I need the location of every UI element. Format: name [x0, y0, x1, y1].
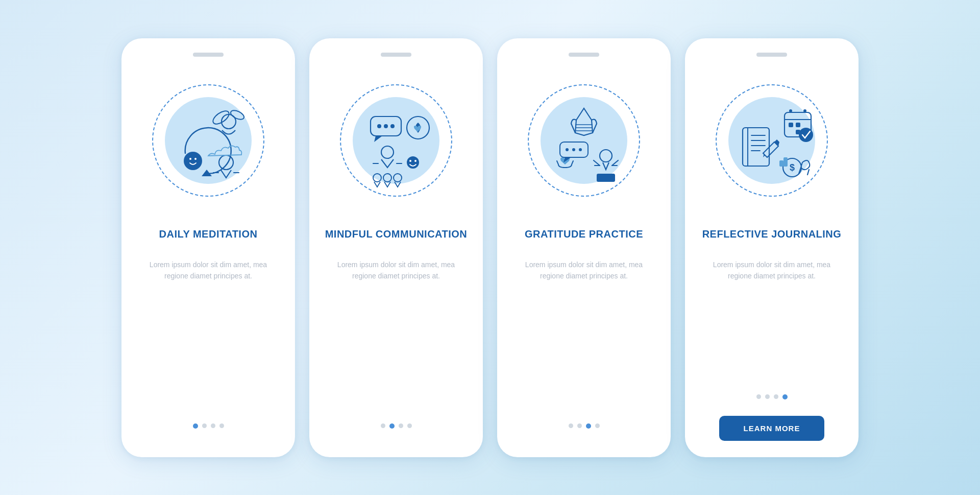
card-description-gratitude-practice: Lorem ipsum dolor sit dim amet, mea regi… [512, 259, 655, 296]
gratitude-icon [530, 87, 638, 194]
phone-card-gratitude-practice: GRATITUDE PRACTICE Lorem ipsum dolor sit… [497, 38, 671, 457]
pagination-dots-reflective-journaling [756, 394, 788, 399]
svg-point-31 [789, 109, 792, 112]
dot-3 [774, 394, 778, 399]
svg-rect-24 [597, 174, 615, 182]
learn-more-button[interactable]: LEARN MORE [719, 416, 825, 441]
card-title-daily-meditation: DAILY MEDITATION [159, 221, 258, 248]
meditation-icon [155, 87, 262, 194]
dot-4 [219, 423, 224, 428]
svg-rect-46 [779, 160, 783, 167]
cards-container: DAILY MEDITATION Lorem ipsum dolor sit d… [101, 18, 879, 478]
dot-2 [202, 423, 207, 428]
dot-3 [586, 423, 591, 429]
dot-3 [211, 423, 215, 428]
svg-point-18 [409, 160, 411, 162]
pagination-dots-daily-meditation [193, 423, 224, 429]
svg-point-7 [219, 155, 233, 170]
svg-point-23 [600, 150, 612, 162]
illustration-reflective-journaling: $ [705, 69, 838, 212]
svg-point-13 [381, 146, 394, 158]
dot-2 [765, 394, 770, 399]
phone-card-mindful-communication: MINDFUL COMMUNICATION Lorem ipsum dolor … [309, 38, 483, 457]
svg-point-6 [194, 158, 197, 160]
dot-2 [389, 423, 395, 429]
dot-1 [756, 394, 761, 399]
dot-1 [193, 423, 198, 429]
phone-notch [381, 53, 411, 57]
svg-point-14 [373, 174, 381, 182]
svg-point-36 [799, 128, 813, 142]
dot-1 [569, 423, 573, 428]
svg-point-1 [211, 108, 231, 126]
illustration-daily-meditation [142, 69, 275, 212]
svg-point-26 [566, 148, 569, 151]
card-title-reflective-journaling: REFLECTIVE JOURNALING [702, 221, 842, 248]
dot-4 [595, 423, 600, 428]
illustration-mindful-communication [330, 69, 462, 212]
phone-notch [569, 53, 599, 57]
card-description-mindful-communication: Lorem ipsum dolor sit dim amet, mea regi… [325, 259, 468, 296]
svg-point-12 [390, 124, 395, 128]
svg-point-32 [803, 109, 806, 112]
phone-notch [193, 53, 224, 57]
svg-point-28 [579, 148, 582, 151]
dot-4 [407, 423, 412, 428]
journaling-icon: $ [718, 87, 825, 194]
svg-rect-37 [743, 128, 769, 166]
card-description-reflective-journaling: Lorem ipsum dolor sit dim amet, mea regi… [700, 259, 843, 296]
dot-3 [399, 423, 403, 428]
svg-marker-3 [202, 170, 212, 176]
svg-point-5 [189, 158, 191, 160]
svg-point-4 [184, 152, 202, 170]
illustration-gratitude-practice [518, 69, 650, 212]
svg-point-19 [414, 160, 416, 162]
svg-point-15 [383, 174, 391, 182]
svg-rect-33 [789, 123, 793, 127]
dot-4 [782, 394, 788, 399]
dot-1 [381, 423, 385, 428]
svg-point-16 [394, 174, 402, 182]
svg-rect-34 [796, 123, 800, 127]
pagination-dots-mindful-communication [381, 423, 412, 429]
svg-point-10 [377, 124, 381, 128]
pagination-dots-gratitude-practice [569, 423, 600, 429]
phone-card-reflective-journaling: $ REFLECTIVE JOURNALING Lorem ipsum dolo… [685, 38, 859, 457]
svg-point-2 [229, 108, 245, 121]
svg-text:$: $ [790, 162, 795, 173]
card-description-daily-meditation: Lorem ipsum dolor sit dim amet, mea regi… [137, 259, 280, 296]
svg-point-27 [572, 148, 575, 151]
card-title-gratitude-practice: GRATITUDE PRACTICE [525, 221, 643, 248]
communication-icon [342, 87, 450, 194]
svg-rect-45 [783, 157, 788, 167]
phone-card-daily-meditation: DAILY MEDITATION Lorem ipsum dolor sit d… [121, 38, 295, 457]
svg-point-17 [407, 156, 419, 169]
phone-notch [756, 53, 787, 57]
svg-point-11 [384, 124, 388, 128]
dot-2 [577, 423, 582, 428]
card-title-mindful-communication: MINDFUL COMMUNICATION [325, 221, 468, 248]
